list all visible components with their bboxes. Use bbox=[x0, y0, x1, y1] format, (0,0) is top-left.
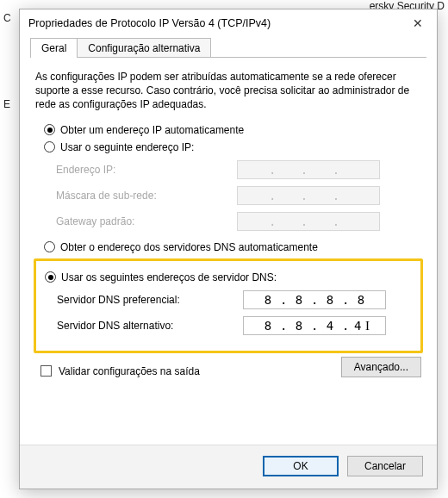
close-icon: ✕ bbox=[413, 16, 423, 30]
ipv4-properties-dialog: Propriedades de Protocolo IP Versão 4 (T… bbox=[19, 9, 438, 489]
tab-general-label: Geral bbox=[41, 42, 66, 54]
cancel-button[interactable]: Cancelar bbox=[347, 456, 423, 476]
tab-alt-config[interactable]: Configuração alternativa bbox=[77, 38, 211, 58]
field-row-ip: Endereço IP: . . . bbox=[56, 160, 421, 179]
label-ip: Endereço IP: bbox=[56, 164, 237, 176]
radio-ip-auto-label: Obter um endereço IP automaticamente bbox=[60, 124, 244, 136]
dns-alt-oct3: 4 bbox=[318, 319, 342, 333]
radio-ip-manual[interactable]: Usar o seguinte endereço IP: bbox=[44, 141, 421, 153]
dns-pref-oct4: 8 bbox=[349, 293, 373, 307]
field-row-gateway: Gateway padrão: . . . bbox=[56, 212, 421, 231]
validate-label: Validar configurações na saída bbox=[59, 365, 200, 377]
bg-text-topleft: C bbox=[3, 12, 11, 24]
tabstrip: Geral Configuração alternativa bbox=[20, 37, 437, 58]
dialog-title: Propriedades de Protocolo IP Versão 4 (T… bbox=[28, 17, 401, 29]
dns-alt-oct2: 8 bbox=[287, 319, 311, 333]
radio-icon bbox=[45, 271, 56, 283]
input-ip: . . . bbox=[237, 160, 380, 179]
radio-dns-auto[interactable]: Obter o endereço dos servidores DNS auto… bbox=[44, 241, 421, 253]
label-gateway: Gateway padrão: bbox=[56, 215, 237, 227]
input-mask: . . . bbox=[237, 186, 380, 205]
label-mask: Máscara de sub-rede: bbox=[56, 190, 237, 202]
ip-fields-group: Endereço IP: . . . Máscara de sub-rede: … bbox=[56, 160, 421, 231]
label-dns-alt: Servidor DNS alternativo: bbox=[57, 320, 243, 332]
dns-pref-oct2: 8 bbox=[287, 293, 311, 307]
advanced-button[interactable]: Avançado... bbox=[341, 357, 421, 377]
checkbox-icon bbox=[40, 365, 52, 377]
radio-icon bbox=[44, 241, 55, 252]
radio-ip-manual-label: Usar o seguinte endereço IP: bbox=[60, 141, 194, 153]
label-dns-pref: Servidor DNS preferencial: bbox=[57, 294, 243, 306]
radio-icon bbox=[44, 124, 55, 135]
close-button[interactable]: ✕ bbox=[401, 11, 435, 35]
bg-text-left-e: E bbox=[3, 98, 10, 110]
dns-fields-group: Servidor DNS preferencial: 8. 8. 8. 8 Se… bbox=[57, 290, 415, 335]
cancel-button-label: Cancelar bbox=[364, 460, 406, 472]
dns-alt-oct1: 8 bbox=[256, 319, 280, 333]
tab-general[interactable]: Geral bbox=[30, 38, 78, 58]
input-dns-pref[interactable]: 8. 8. 8. 8 bbox=[243, 290, 386, 309]
radio-dns-manual-label: Usar os seguintes endereços de servidor … bbox=[61, 271, 277, 283]
field-row-dns-pref: Servidor DNS preferencial: 8. 8. 8. 8 bbox=[57, 290, 415, 309]
radio-dns-auto-label: Obter o endereço dos servidores DNS auto… bbox=[60, 241, 318, 253]
dialog-footer: OK Cancelar bbox=[20, 445, 437, 489]
ok-button-label: OK bbox=[293, 460, 308, 472]
input-dns-alt[interactable]: 8. 8. 4. 4 I bbox=[243, 316, 386, 335]
text-cursor-icon: I bbox=[365, 319, 370, 333]
field-row-mask: Máscara de sub-rede: . . . bbox=[56, 186, 421, 205]
radio-ip-auto[interactable]: Obter um endereço IP automaticamente bbox=[44, 124, 421, 136]
ok-button[interactable]: OK bbox=[263, 456, 339, 476]
dialog-body: As configurações IP podem ser atribuídas… bbox=[20, 58, 437, 445]
tab-alt-config-label: Configuração alternativa bbox=[88, 42, 200, 54]
field-row-dns-alt: Servidor DNS alternativo: 8. 8. 4. 4 I bbox=[57, 316, 415, 335]
description-text: As configurações IP podem ser atribuídas… bbox=[35, 70, 421, 112]
dns-highlight-box: Usar os seguintes endereços de servidor … bbox=[34, 258, 423, 353]
titlebar: Propriedades de Protocolo IP Versão 4 (T… bbox=[20, 9, 437, 37]
advanced-button-label: Avançado... bbox=[354, 361, 408, 373]
input-gateway: . . . bbox=[237, 212, 380, 231]
dns-pref-oct1: 8 bbox=[256, 293, 280, 307]
dns-pref-oct3: 8 bbox=[318, 293, 342, 307]
radio-dns-manual[interactable]: Usar os seguintes endereços de servidor … bbox=[45, 271, 415, 283]
radio-icon bbox=[44, 141, 55, 153]
